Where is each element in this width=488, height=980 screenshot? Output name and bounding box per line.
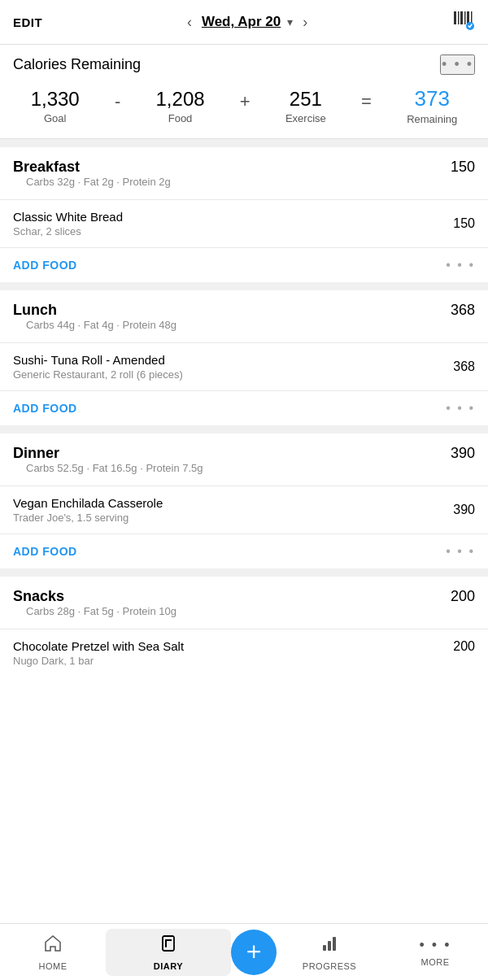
- lunch-macros: Carbs 44g · Fat 4g · Protein 48g: [13, 319, 190, 339]
- lunch-calories: 368: [451, 302, 475, 319]
- svg-rect-0: [454, 11, 456, 24]
- lunch-add-food-button[interactable]: ADD FOOD: [13, 402, 77, 415]
- lunch-section: Lunch Carbs 44g · Fat 4g · Protein 48g 3…: [0, 290, 488, 425]
- svg-rect-10: [323, 945, 326, 951]
- dinner-item-info: Vegan Enchilada Casserole Trader Joe's, …: [13, 496, 163, 524]
- lunch-item-0[interactable]: Sushi- Tuna Roll - Amended Generic Resta…: [0, 342, 488, 390]
- lunch-item-name: Sushi- Tuna Roll - Amended: [13, 353, 183, 367]
- breakfast-calories: 150: [451, 159, 475, 176]
- snacks-item-name: Chocolate Pretzel with Sea Salt: [13, 639, 184, 653]
- calories-section: Calories Remaining • • • 1,330 Goal - 1,…: [0, 45, 488, 139]
- date-nav: ‹ Wed, Apr 20 ▾ ›: [184, 14, 311, 31]
- lunch-item-calories: 368: [453, 359, 475, 374]
- lunch-title: Lunch: [13, 302, 190, 319]
- barcode-icon[interactable]: [452, 8, 475, 36]
- calories-header: Calories Remaining • • •: [13, 54, 475, 75]
- svg-rect-3: [464, 11, 466, 24]
- snacks-header: Snacks Carbs 28g · Fat 5g · Protein 10g …: [0, 577, 488, 629]
- food-item: 1,208 Food: [156, 88, 205, 124]
- divider-breakfast: [0, 139, 488, 147]
- dinner-more-button[interactable]: • • •: [446, 544, 475, 559]
- lunch-add-row: ADD FOOD • • •: [0, 390, 488, 425]
- calories-more-button[interactable]: • • •: [440, 54, 475, 75]
- bottom-nav: HOME DIARY + PROGRESS • • • MORE: [0, 923, 488, 980]
- dinner-item-calories: 390: [453, 503, 475, 517]
- snacks-macros: Carbs 28g · Fat 5g · Protein 10g: [13, 605, 190, 625]
- prev-day-button[interactable]: ‹: [184, 14, 195, 31]
- exercise-value: 251: [290, 88, 322, 111]
- nav-more-label: MORE: [421, 957, 450, 967]
- svg-rect-12: [333, 937, 336, 951]
- food-value: 1,208: [156, 88, 205, 111]
- breakfast-more-button[interactable]: • • •: [446, 258, 475, 272]
- plus-operator: +: [240, 91, 251, 112]
- nav-home-label: HOME: [39, 961, 68, 971]
- diary-icon: [159, 934, 178, 958]
- breakfast-item-name: Classic White Bread: [13, 210, 123, 224]
- svg-rect-1: [458, 11, 460, 24]
- dinner-calories: 390: [451, 445, 475, 462]
- edit-button[interactable]: EDIT: [13, 15, 42, 29]
- snacks-item-calories: 200: [453, 639, 475, 654]
- exercise-label: Exercise: [285, 112, 326, 124]
- next-day-button[interactable]: ›: [299, 14, 311, 31]
- snacks-title-group: Snacks Carbs 28g · Fat 5g · Protein 10g: [13, 588, 190, 625]
- calories-row: 1,330 Goal - 1,208 Food + 251 Exercise =…: [13, 83, 475, 132]
- snacks-item-0[interactable]: Chocolate Pretzel with Sea Salt Nugo Dar…: [0, 629, 488, 677]
- breakfast-header: Breakfast Carbs 32g · Fat 2g · Protein 2…: [0, 147, 488, 199]
- nav-more-button[interactable]: • • • MORE: [382, 937, 488, 967]
- lunch-more-button[interactable]: • • •: [446, 401, 475, 416]
- snacks-calories: 200: [451, 588, 475, 605]
- progress-icon: [320, 934, 339, 958]
- divider-snacks: [0, 568, 488, 577]
- breakfast-item-detail: Schar, 2 slices: [13, 225, 123, 237]
- dinner-section: Dinner Carbs 52.5g · Fat 16.5g · Protein…: [0, 433, 488, 568]
- nav-diary-button[interactable]: DIARY: [106, 929, 231, 976]
- snacks-section: Snacks Carbs 28g · Fat 5g · Protein 10g …: [0, 577, 488, 677]
- minus-operator: -: [115, 91, 120, 112]
- dinner-item-detail: Trader Joe's, 1.5 serving: [13, 512, 163, 524]
- dinner-add-row: ADD FOOD • • •: [0, 534, 488, 568]
- remaining-label: Remaining: [407, 113, 457, 125]
- dinner-title: Dinner: [13, 445, 216, 462]
- top-nav: EDIT ‹ Wed, Apr 20 ▾ ›: [0, 0, 488, 45]
- svg-rect-7: [163, 936, 174, 951]
- dinner-item-0[interactable]: Vegan Enchilada Casserole Trader Joe's, …: [0, 486, 488, 534]
- goal-item: 1,330 Goal: [31, 88, 80, 124]
- more-icon: • • •: [420, 937, 451, 954]
- dinner-header: Dinner Carbs 52.5g · Fat 16.5g · Protein…: [0, 433, 488, 486]
- dinner-item-name: Vegan Enchilada Casserole: [13, 496, 163, 510]
- breakfast-macros: Carbs 32g · Fat 2g · Protein 2g: [13, 176, 184, 196]
- breakfast-item-0[interactable]: Classic White Bread Schar, 2 slices 150: [0, 199, 488, 247]
- snacks-item-info: Chocolate Pretzel with Sea Salt Nugo Dar…: [13, 639, 184, 667]
- nav-progress-button[interactable]: PROGRESS: [277, 934, 382, 971]
- lunch-header: Lunch Carbs 44g · Fat 4g · Protein 48g 3…: [0, 290, 488, 342]
- remaining-item: 373 Remaining: [407, 86, 457, 125]
- remaining-value: 373: [415, 86, 450, 111]
- nav-home-button[interactable]: HOME: [0, 934, 106, 971]
- goal-value: 1,330: [31, 88, 80, 111]
- divider-lunch: [0, 282, 488, 290]
- breakfast-add-food-button[interactable]: ADD FOOD: [13, 259, 77, 272]
- divider-dinner: [0, 425, 488, 433]
- date-dropdown-icon[interactable]: ▾: [287, 15, 293, 28]
- dinner-add-food-button[interactable]: ADD FOOD: [13, 545, 77, 558]
- plus-icon: +: [246, 939, 262, 965]
- svg-rect-11: [328, 941, 331, 951]
- goal-label: Goal: [44, 112, 66, 124]
- dinner-macros: Carbs 52.5g · Fat 16.5g · Protein 7.5g: [13, 462, 216, 482]
- lunch-item-detail: Generic Restaurant, 2 roll (6 pieces): [13, 368, 183, 381]
- equals-operator: =: [361, 91, 372, 112]
- svg-rect-9: [165, 939, 172, 941]
- nav-progress-label: PROGRESS: [303, 961, 356, 971]
- current-date[interactable]: Wed, Apr 20: [202, 14, 281, 30]
- calories-title: Calories Remaining: [13, 56, 141, 73]
- snacks-title: Snacks: [13, 588, 190, 605]
- add-food-fab-button[interactable]: +: [231, 930, 277, 975]
- lunch-item-info: Sushi- Tuna Roll - Amended Generic Resta…: [13, 353, 183, 381]
- home-icon: [43, 934, 63, 958]
- breakfast-title-group: Breakfast Carbs 32g · Fat 2g · Protein 2…: [13, 159, 184, 196]
- nav-diary-label: DIARY: [154, 961, 183, 971]
- breakfast-item-calories: 150: [453, 216, 475, 231]
- breakfast-add-row: ADD FOOD • • •: [0, 247, 488, 282]
